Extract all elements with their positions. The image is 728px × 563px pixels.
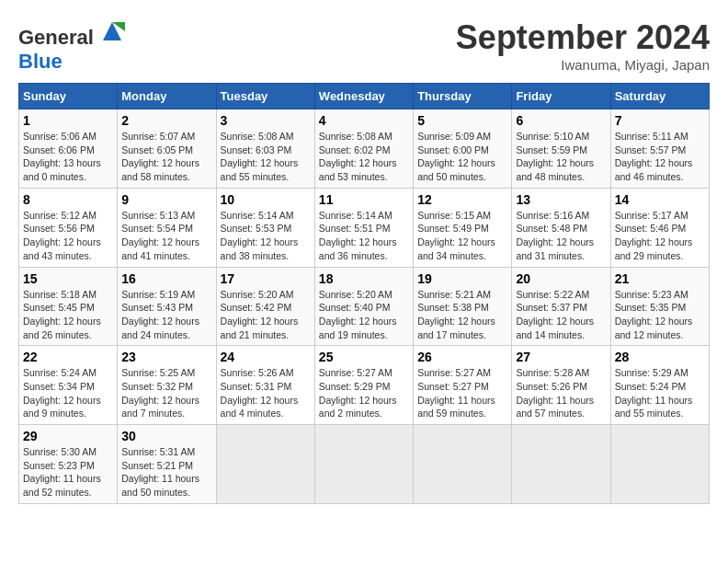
weekday-header-cell: Saturday xyxy=(610,84,709,109)
day-number: 6 xyxy=(516,113,606,128)
calendar-day-cell: 21Sunrise: 5:23 AM Sunset: 5:35 PM Dayli… xyxy=(610,267,709,346)
day-number: 7 xyxy=(615,113,705,128)
calendar-day-cell: 2Sunrise: 5:07 AM Sunset: 6:05 PM Daylig… xyxy=(118,109,216,189)
day-info: Sunrise: 5:20 AM Sunset: 5:40 PM Dayligh… xyxy=(319,288,409,342)
day-number: 26 xyxy=(417,350,507,364)
day-info: Sunrise: 5:14 AM Sunset: 5:51 PM Dayligh… xyxy=(319,209,409,263)
calendar-day-cell: 3Sunrise: 5:08 AM Sunset: 6:03 PM Daylig… xyxy=(216,109,314,189)
calendar-day-cell: 18Sunrise: 5:20 AM Sunset: 5:40 PM Dayli… xyxy=(314,267,413,346)
day-info: Sunrise: 5:16 AM Sunset: 5:48 PM Dayligh… xyxy=(516,209,606,263)
day-info: Sunrise: 5:08 AM Sunset: 6:02 PM Dayligh… xyxy=(319,130,409,184)
day-number: 16 xyxy=(121,271,211,286)
calendar-day-cell: 9Sunrise: 5:13 AM Sunset: 5:54 PM Daylig… xyxy=(118,188,216,267)
day-info: Sunrise: 5:19 AM Sunset: 5:43 PM Dayligh… xyxy=(121,288,211,342)
calendar-day-cell: 7Sunrise: 5:11 AM Sunset: 5:57 PM Daylig… xyxy=(610,109,709,189)
day-number: 27 xyxy=(516,350,606,364)
month-title: September 2024 xyxy=(456,18,710,57)
title-area: September 2024 Iwanuma, Miyagi, Japan xyxy=(456,18,710,73)
day-number: 18 xyxy=(319,271,409,286)
day-number: 11 xyxy=(319,192,409,207)
day-info: Sunrise: 5:09 AM Sunset: 6:00 PM Dayligh… xyxy=(417,130,507,184)
day-number: 8 xyxy=(23,192,113,207)
day-info: Sunrise: 5:17 AM Sunset: 5:46 PM Dayligh… xyxy=(615,209,705,263)
calendar-day-cell: 10Sunrise: 5:14 AM Sunset: 5:53 PM Dayli… xyxy=(216,188,314,267)
calendar-day-cell: 12Sunrise: 5:15 AM Sunset: 5:49 PM Dayli… xyxy=(414,188,512,267)
calendar-day-cell: 19Sunrise: 5:21 AM Sunset: 5:38 PM Dayli… xyxy=(414,267,512,346)
logo-blue: Blue xyxy=(18,50,63,73)
day-number: 25 xyxy=(319,350,409,364)
calendar-day-cell: 1Sunrise: 5:06 AM Sunset: 6:06 PM Daylig… xyxy=(19,109,118,189)
calendar-week-row: 29Sunrise: 5:30 AM Sunset: 5:23 PM Dayli… xyxy=(19,425,710,504)
logo: General Blue xyxy=(18,18,125,74)
calendar-day-cell: 8Sunrise: 5:12 AM Sunset: 5:56 PM Daylig… xyxy=(19,188,118,267)
day-info: Sunrise: 5:26 AM Sunset: 5:31 PM Dayligh… xyxy=(221,366,311,420)
calendar-day-cell xyxy=(414,425,512,504)
day-number: 5 xyxy=(417,113,507,128)
day-info: Sunrise: 5:14 AM Sunset: 5:53 PM Dayligh… xyxy=(221,209,311,263)
calendar-week-row: 15Sunrise: 5:18 AM Sunset: 5:45 PM Dayli… xyxy=(19,267,710,346)
calendar-day-cell: 17Sunrise: 5:20 AM Sunset: 5:42 PM Dayli… xyxy=(216,267,314,346)
calendar-day-cell: 14Sunrise: 5:17 AM Sunset: 5:46 PM Dayli… xyxy=(610,188,709,267)
day-info: Sunrise: 5:13 AM Sunset: 5:54 PM Dayligh… xyxy=(121,209,211,263)
day-number: 24 xyxy=(221,350,311,364)
weekday-header-row: SundayMondayTuesdayWednesdayThursdayFrid… xyxy=(19,84,710,109)
day-info: Sunrise: 5:27 AM Sunset: 5:27 PM Dayligh… xyxy=(417,366,507,420)
day-info: Sunrise: 5:11 AM Sunset: 5:57 PM Dayligh… xyxy=(615,130,705,184)
day-number: 29 xyxy=(23,429,113,443)
day-number: 12 xyxy=(417,192,507,207)
day-number: 1 xyxy=(23,113,113,128)
logo-text: General Blue xyxy=(18,18,125,74)
location-title: Iwanuma, Miyagi, Japan xyxy=(456,57,710,73)
calendar-day-cell: 22Sunrise: 5:24 AM Sunset: 5:34 PM Dayli… xyxy=(19,346,118,425)
day-number: 20 xyxy=(516,271,606,286)
calendar-day-cell: 27Sunrise: 5:28 AM Sunset: 5:26 PM Dayli… xyxy=(512,346,610,425)
page-header: General Blue September 2024 Iwanuma, Miy… xyxy=(18,18,710,74)
day-info: Sunrise: 5:27 AM Sunset: 5:29 PM Dayligh… xyxy=(319,366,409,420)
calendar-week-row: 22Sunrise: 5:24 AM Sunset: 5:34 PM Dayli… xyxy=(19,346,710,425)
day-info: Sunrise: 5:07 AM Sunset: 6:05 PM Dayligh… xyxy=(121,130,211,184)
day-info: Sunrise: 5:25 AM Sunset: 5:32 PM Dayligh… xyxy=(121,366,211,420)
calendar-day-cell xyxy=(610,425,709,504)
day-number: 15 xyxy=(23,271,113,286)
calendar-day-cell: 30Sunrise: 5:31 AM Sunset: 5:21 PM Dayli… xyxy=(118,425,216,504)
day-number: 2 xyxy=(121,113,211,128)
day-info: Sunrise: 5:23 AM Sunset: 5:35 PM Dayligh… xyxy=(615,288,705,342)
day-info: Sunrise: 5:15 AM Sunset: 5:49 PM Dayligh… xyxy=(417,209,507,263)
calendar-day-cell: 13Sunrise: 5:16 AM Sunset: 5:48 PM Dayli… xyxy=(512,188,610,267)
calendar-day-cell: 26Sunrise: 5:27 AM Sunset: 5:27 PM Dayli… xyxy=(414,346,512,425)
weekday-header-cell: Sunday xyxy=(19,84,118,109)
calendar-day-cell: 16Sunrise: 5:19 AM Sunset: 5:43 PM Dayli… xyxy=(118,267,216,346)
day-number: 13 xyxy=(516,192,606,207)
weekday-header-cell: Monday xyxy=(118,84,216,109)
calendar-day-cell xyxy=(216,425,314,504)
day-info: Sunrise: 5:12 AM Sunset: 5:56 PM Dayligh… xyxy=(23,209,113,263)
day-info: Sunrise: 5:08 AM Sunset: 6:03 PM Dayligh… xyxy=(221,130,311,184)
calendar-day-cell: 25Sunrise: 5:27 AM Sunset: 5:29 PM Dayli… xyxy=(314,346,413,425)
day-number: 30 xyxy=(121,429,211,443)
weekday-header-cell: Tuesday xyxy=(216,84,314,109)
day-info: Sunrise: 5:22 AM Sunset: 5:37 PM Dayligh… xyxy=(516,288,606,342)
day-info: Sunrise: 5:30 AM Sunset: 5:23 PM Dayligh… xyxy=(23,445,113,500)
calendar-day-cell: 28Sunrise: 5:29 AM Sunset: 5:24 PM Dayli… xyxy=(610,346,709,425)
day-number: 4 xyxy=(319,113,409,128)
day-info: Sunrise: 5:24 AM Sunset: 5:34 PM Dayligh… xyxy=(23,366,113,420)
day-number: 14 xyxy=(615,192,705,207)
day-number: 3 xyxy=(221,113,311,128)
logo-general: General xyxy=(18,26,94,49)
day-number: 10 xyxy=(221,192,311,207)
day-info: Sunrise: 5:20 AM Sunset: 5:42 PM Dayligh… xyxy=(221,288,311,342)
calendar-day-cell: 23Sunrise: 5:25 AM Sunset: 5:32 PM Dayli… xyxy=(118,346,216,425)
calendar-week-row: 8Sunrise: 5:12 AM Sunset: 5:56 PM Daylig… xyxy=(19,188,710,267)
day-number: 21 xyxy=(615,271,705,286)
weekday-header-cell: Wednesday xyxy=(314,84,413,109)
weekday-header-cell: Friday xyxy=(512,84,610,109)
calendar-day-cell: 6Sunrise: 5:10 AM Sunset: 5:59 PM Daylig… xyxy=(512,109,610,189)
day-info: Sunrise: 5:29 AM Sunset: 5:24 PM Dayligh… xyxy=(615,366,705,420)
calendar-day-cell: 15Sunrise: 5:18 AM Sunset: 5:45 PM Dayli… xyxy=(19,267,118,346)
logo-icon xyxy=(99,18,125,44)
day-info: Sunrise: 5:10 AM Sunset: 5:59 PM Dayligh… xyxy=(516,130,606,184)
day-number: 28 xyxy=(615,350,705,364)
day-number: 9 xyxy=(121,192,211,207)
day-number: 23 xyxy=(121,350,211,364)
calendar-day-cell xyxy=(512,425,610,504)
